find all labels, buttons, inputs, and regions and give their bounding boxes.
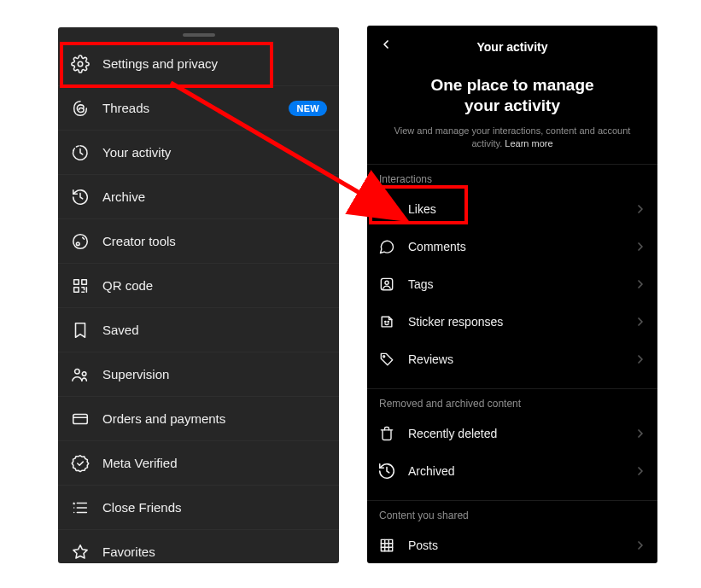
menu-item-qr[interactable]: QR code xyxy=(58,264,339,308)
menu-item-label: Orders and payments xyxy=(102,411,225,426)
svg-point-1 xyxy=(73,234,88,248)
svg-point-0 xyxy=(78,61,83,67)
gear-icon xyxy=(70,54,91,74)
activity-item-stickers[interactable]: Sticker responses xyxy=(367,303,657,341)
activity-item-likes[interactable]: Likes xyxy=(367,190,657,228)
bookmark-icon xyxy=(70,320,91,341)
header-bar: Your activity xyxy=(367,26,657,58)
svg-point-19 xyxy=(388,322,388,323)
menu-item-activity[interactable]: Your activity xyxy=(58,131,339,175)
activity-item-label: Posts xyxy=(408,539,634,552)
trash-icon xyxy=(377,424,396,443)
menu-item-close_friends[interactable]: Close Friends xyxy=(58,486,339,530)
activity-item-posts[interactable]: Posts xyxy=(367,527,657,563)
menu-item-label: Settings and privacy xyxy=(102,56,218,71)
svg-rect-4 xyxy=(82,279,87,284)
clock-dashed-icon xyxy=(70,143,91,163)
menu-item-label: Meta Verified xyxy=(102,456,178,470)
section-header: Removed and archived content xyxy=(367,389,657,415)
menu-item-creator[interactable]: Creator tools xyxy=(58,219,339,264)
menu-item-label: Your activity xyxy=(102,145,171,160)
activity-item-label: Recently deleted xyxy=(408,427,634,440)
supervision-icon xyxy=(70,364,91,385)
promo-title: One place to manage your activity xyxy=(391,75,634,116)
chevron-right-icon xyxy=(634,240,647,253)
menu-item-verified[interactable]: Meta Verified xyxy=(58,441,339,486)
svg-rect-21 xyxy=(381,540,392,551)
menu-item-label: Close Friends xyxy=(102,500,182,515)
promo-block: One place to manage your activity View a… xyxy=(367,58,657,164)
menu-item-label: Threads xyxy=(102,101,149,115)
promo-title-line1: One place to manage xyxy=(430,76,593,94)
card-icon xyxy=(70,409,91,429)
verified-icon xyxy=(70,453,91,474)
activity-item-reviews[interactable]: Reviews xyxy=(367,341,657,378)
activity-item-label: Sticker responses xyxy=(408,315,634,329)
menu-item-label: Favorites xyxy=(102,544,155,559)
svg-point-18 xyxy=(385,322,386,323)
svg-point-2 xyxy=(76,242,79,245)
history-icon xyxy=(377,462,396,480)
svg-point-17 xyxy=(385,282,388,285)
section-header: Interactions xyxy=(367,165,657,190)
header-title: Your activity xyxy=(477,40,548,54)
qr-icon xyxy=(70,276,91,296)
menu-item-orders[interactable]: Orders and payments xyxy=(58,397,339,441)
menu-item-label: QR code xyxy=(102,278,153,293)
svg-marker-15 xyxy=(73,544,87,557)
heart-icon xyxy=(377,200,396,218)
grid-icon xyxy=(377,536,396,555)
svg-point-7 xyxy=(82,371,86,376)
learn-more-link[interactable]: Learn more xyxy=(505,138,552,148)
activity-item-label: Archived xyxy=(408,464,634,478)
menu-item-label: Creator tools xyxy=(102,234,176,248)
chevron-right-icon xyxy=(634,352,647,366)
activity-item-comments[interactable]: Comments xyxy=(367,228,657,265)
threads-icon xyxy=(70,98,91,119)
activity-item-archived[interactable]: Archived xyxy=(367,452,657,490)
back-button[interactable] xyxy=(377,36,394,53)
chevron-right-icon xyxy=(634,539,647,552)
section-interactions: InteractionsLikesCommentsTagsSticker res… xyxy=(367,164,657,388)
settings-menu-screen: Settings and privacyThreadsNEWYour activ… xyxy=(58,27,339,563)
svg-rect-3 xyxy=(74,279,79,284)
svg-rect-8 xyxy=(73,414,88,423)
activity-item-deleted[interactable]: Recently deleted xyxy=(367,415,657,452)
chevron-right-icon xyxy=(634,427,647,440)
comment-icon xyxy=(377,237,396,256)
chevron-right-icon xyxy=(634,277,647,291)
activity-item-label: Reviews xyxy=(408,352,634,366)
menu-item-supervision[interactable]: Supervision xyxy=(58,352,339,397)
star-icon xyxy=(70,542,91,562)
new-badge: NEW xyxy=(289,101,327,116)
section-header: Content you shared xyxy=(367,501,657,527)
activity-item-tags[interactable]: Tags xyxy=(367,265,657,303)
history-icon xyxy=(70,187,91,207)
section-content-you-shared: Content you sharedPosts xyxy=(367,500,657,563)
chevron-right-icon xyxy=(634,202,647,216)
sticker-icon xyxy=(377,312,396,331)
promo-subtitle: View and manage your interactions, conte… xyxy=(391,125,634,151)
activity-screen: Your activity One place to manage your a… xyxy=(367,26,657,563)
menu-item-label: Supervision xyxy=(102,367,169,381)
activity-item-label: Tags xyxy=(408,277,634,291)
chevron-right-icon xyxy=(634,464,647,478)
svg-rect-5 xyxy=(74,287,79,292)
menu-item-archive[interactable]: Archive xyxy=(58,175,339,219)
svg-point-20 xyxy=(383,356,385,358)
menu-item-settings[interactable]: Settings and privacy xyxy=(58,42,339,86)
svg-point-6 xyxy=(75,369,80,374)
tag-person-icon xyxy=(377,275,396,294)
menu-item-saved[interactable]: Saved xyxy=(58,308,339,352)
section-removed-and-archived-content: Removed and archived contentRecently del… xyxy=(367,388,657,500)
activity-item-label: Comments xyxy=(408,240,634,253)
tag-icon xyxy=(377,350,396,369)
creator-icon xyxy=(70,231,91,252)
menu-item-favorites[interactable]: Favorites xyxy=(58,530,339,563)
activity-item-label: Likes xyxy=(408,202,634,216)
drag-handle xyxy=(183,33,215,37)
chevron-right-icon xyxy=(634,315,647,329)
menu-item-label: Saved xyxy=(102,323,139,337)
menu-item-threads[interactable]: ThreadsNEW xyxy=(58,86,339,131)
promo-title-line2: your activity xyxy=(464,96,560,114)
